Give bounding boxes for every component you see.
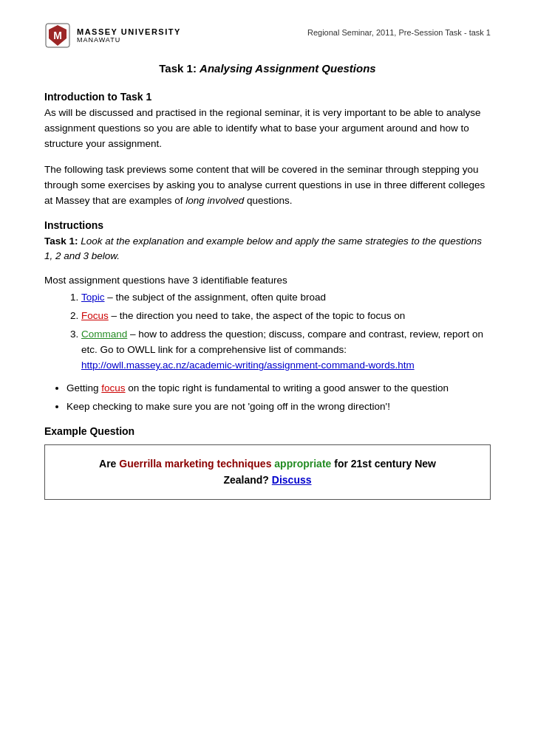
instructions-text: Task 1: Look at the explanation and exam…: [44, 234, 491, 265]
topic-description: – the subject of the assignment, often q…: [107, 292, 326, 303]
command-term: Command: [81, 329, 127, 340]
header-subtitle: Regional Seminar, 2011, Pre-Session Task…: [307, 22, 491, 37]
intro-paragraph-1: As will be discussed and practised in th…: [44, 106, 491, 152]
example-box: Are Guerrilla marketing techniques appro…: [44, 444, 491, 500]
page: M MASSEY UNIVERSITY MANAWATU Regional Se…: [0, 0, 535, 756]
logo-text: MASSEY UNIVERSITY MANAWATU: [77, 27, 181, 44]
example-heading: Example Question: [44, 425, 491, 437]
owll-link[interactable]: http://owll.massey.ac.nz/academic-writin…: [81, 360, 415, 371]
list-item: Topic – the subject of the assignment, o…: [81, 290, 491, 306]
bullet-2-text: Keep checking to make sure you are not '…: [67, 401, 390, 412]
task-label: Task 1:: [44, 236, 78, 247]
features-list: Topic – the subject of the assignment, o…: [81, 290, 491, 374]
massey-logo-icon: M: [44, 22, 71, 49]
topic-term: Topic: [81, 292, 105, 303]
example-section: Example Question Are Guerrilla marketing…: [44, 425, 491, 500]
bullet-item-focus: Getting focus on the topic right is fund…: [67, 381, 491, 396]
list-item: Command – how to address the question; d…: [81, 327, 491, 374]
intro-paragraph-2: The following task previews some content…: [44, 162, 491, 209]
example-discuss: Discuss: [272, 474, 312, 486]
intro-section: Introduction to Task 1 As will be discus…: [44, 91, 491, 152]
example-topic: Guerrilla marketing techniques: [119, 458, 271, 470]
list-item: Focus – the direction you need to take, …: [81, 309, 491, 324]
focus-highlight: focus: [101, 382, 125, 394]
focus-description: – the direction you need to take, the as…: [112, 310, 406, 321]
example-are: Are: [99, 458, 119, 470]
long-involved-emphasis: long involved: [185, 195, 244, 206]
instructions-section: Instructions Task 1: Look at the explana…: [44, 219, 491, 265]
campus-name: MANAWATU: [77, 36, 181, 44]
bullet-points: Getting focus on the topic right is fund…: [67, 381, 491, 415]
task-instructions: Look at the explanation and example belo…: [44, 236, 482, 262]
bullet-item-checking: Keep checking to make sure you are not '…: [67, 399, 491, 415]
svg-text:M: M: [53, 30, 62, 41]
university-name: MASSEY UNIVERSITY: [77, 27, 181, 36]
intro-heading: Introduction to Task 1: [44, 91, 491, 103]
logo-area: M MASSEY UNIVERSITY MANAWATU: [44, 22, 181, 49]
example-appropriate: appropriate: [274, 458, 331, 470]
page-title: Task 1: Analysing Assignment Questions: [44, 62, 491, 75]
instructions-heading: Instructions: [44, 219, 491, 231]
focus-term: Focus: [81, 310, 109, 321]
command-description: – how to address the question; discuss, …: [81, 329, 483, 355]
bullet-1-before: Getting: [67, 382, 101, 394]
features-intro: Most assignment questions have 3 identif…: [44, 275, 491, 286]
page-title-italic: Analysing Assignment Questions: [200, 62, 376, 75]
bullet-1-after: on the topic right is fundamental to wri…: [126, 382, 449, 394]
header: M MASSEY UNIVERSITY MANAWATU Regional Se…: [44, 22, 491, 49]
